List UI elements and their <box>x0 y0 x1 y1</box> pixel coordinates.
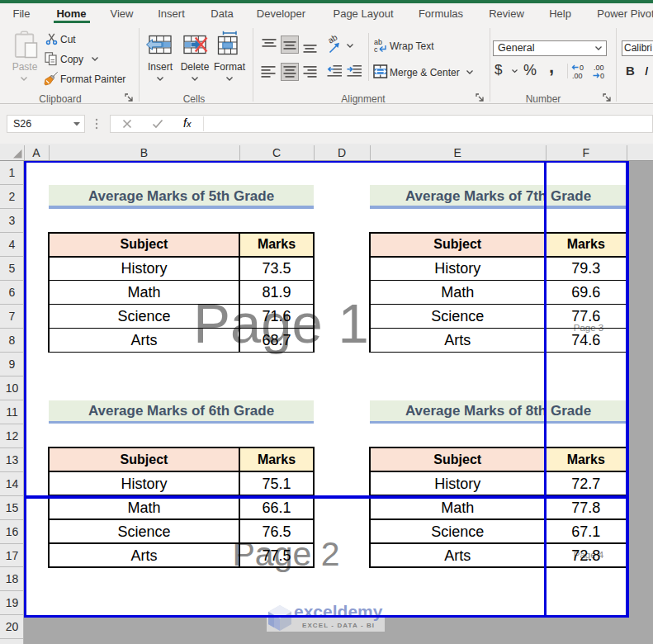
svg-text:c: c <box>374 45 378 54</box>
svg-text:0: 0 <box>600 72 604 79</box>
svg-text:.00: .00 <box>572 72 583 79</box>
svg-text:.00: .00 <box>594 64 604 72</box>
svg-text:0: 0 <box>580 64 584 72</box>
